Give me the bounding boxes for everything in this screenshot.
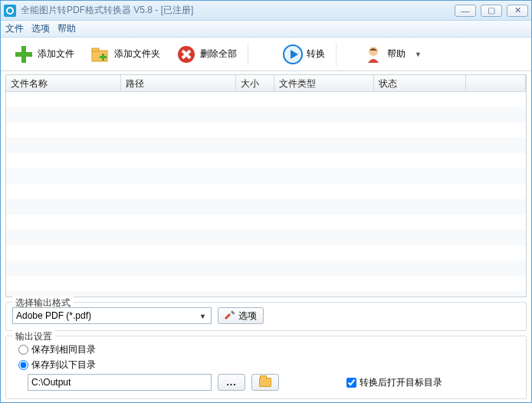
window-controls: — ▢ ✕ [455, 5, 528, 17]
open-folder-button[interactable] [251, 374, 279, 391]
convert-label: 转换 [307, 48, 325, 61]
save-below-radio[interactable] [18, 360, 28, 370]
close-button[interactable]: ✕ [507, 5, 528, 17]
app-icon [4, 5, 16, 17]
chevron-down-icon: ▼ [415, 51, 422, 58]
open-after-checkbox[interactable] [346, 378, 356, 388]
tools-icon [225, 310, 235, 321]
svg-rect-3 [92, 48, 99, 51]
format-selected: Adobe PDF (*.pdf) [16, 310, 91, 321]
menu-help[interactable]: 帮助 [57, 22, 76, 35]
plus-icon [13, 44, 34, 65]
menu-file[interactable]: 文件 [5, 22, 24, 35]
app-window: 全能图片转PDF格式转换器 V5.8 - [已注册] — ▢ ✕ 文件 选项 帮… [0, 0, 532, 403]
toolbar-separator [248, 43, 248, 66]
menubar: 文件 选项 帮助 [1, 21, 531, 38]
help-label: 帮助 [387, 48, 406, 61]
add-folder-button[interactable]: 添加文件夹 [82, 41, 168, 68]
add-file-button[interactable]: 添加文件 [5, 41, 82, 68]
browse-button[interactable]: ... [218, 374, 245, 391]
delete-all-button[interactable]: 删除全部 [168, 41, 245, 68]
output-path-value: C:\Output [31, 377, 71, 388]
help-button[interactable]: 帮助 ▼ [355, 41, 429, 68]
output-path-input[interactable]: C:\Output [28, 374, 212, 391]
play-icon [282, 44, 304, 65]
format-combo[interactable]: Adobe PDF (*.pdf) ▼ [12, 307, 212, 324]
output-settings-section: 输出设置 保存到相同目录 保存到以下目录 C:\Output ... 转换后打开… [5, 336, 527, 399]
table-header: 文件名称 路径 大小 文件类型 状态 [6, 75, 526, 92]
format-options-label: 选项 [238, 310, 257, 323]
save-below-label: 保存到以下目录 [31, 359, 96, 372]
svg-rect-1 [15, 52, 32, 57]
col-type[interactable]: 文件类型 [274, 75, 374, 91]
toolbar: 添加文件 添加文件夹 删除全部 转换 帮助 [1, 38, 531, 71]
add-file-label: 添加文件 [38, 48, 74, 61]
maximize-button[interactable]: ▢ [481, 5, 502, 17]
svg-rect-5 [100, 56, 107, 58]
col-name[interactable]: 文件名称 [6, 75, 121, 91]
folder-plus-icon [90, 44, 111, 65]
help-icon [363, 44, 384, 65]
svg-rect-12 [231, 310, 235, 315]
col-status[interactable]: 状态 [374, 75, 466, 91]
folder-icon [259, 378, 271, 387]
convert-button[interactable]: 转换 [274, 41, 333, 68]
minimize-button[interactable]: — [455, 5, 476, 17]
titlebar: 全能图片转PDF格式转换器 V5.8 - [已注册] — ▢ ✕ [1, 1, 531, 21]
add-folder-label: 添加文件夹 [114, 48, 160, 61]
output-format-section: 选择输出格式 Adobe PDF (*.pdf) ▼ 选项 [5, 302, 527, 331]
format-options-button[interactable]: 选项 [218, 307, 264, 324]
menu-options[interactable]: 选项 [31, 22, 50, 35]
table-body[interactable] [6, 92, 526, 297]
delete-icon [176, 44, 197, 65]
save-same-radio[interactable] [18, 345, 28, 355]
toolbar-separator [336, 43, 337, 66]
file-table: 文件名称 路径 大小 文件类型 状态 [5, 74, 527, 297]
chevron-down-icon: ▼ [197, 310, 209, 322]
output-settings-title: 输出设置 [12, 330, 55, 343]
col-path[interactable]: 路径 [121, 75, 236, 91]
save-same-label: 保存到相同目录 [31, 343, 96, 356]
col-size[interactable]: 大小 [236, 75, 274, 91]
open-after-label: 转换后打开目标目录 [360, 376, 442, 389]
col-spacer [466, 75, 526, 91]
svg-point-11 [369, 47, 378, 56]
window-title: 全能图片转PDF格式转换器 V5.8 - [已注册] [21, 4, 455, 17]
delete-all-label: 删除全部 [200, 48, 237, 61]
